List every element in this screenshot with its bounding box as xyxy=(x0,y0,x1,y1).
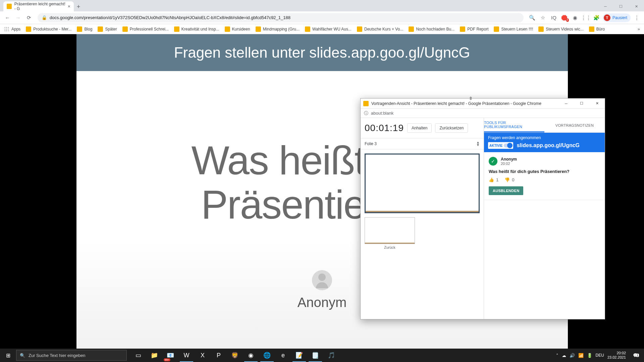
bookmarks-bar: Apps Produktsuche - Mer... Blog Später P… xyxy=(0,24,644,34)
bookmark-label: Professionell Schrei... xyxy=(130,27,169,32)
bookmark-item[interactable]: Steuern Videos wic... xyxy=(538,26,584,32)
tab-title: Präsentieren leicht gemacht! - G xyxy=(14,2,68,11)
taskbar-search-input[interactable]: 🔍 Zur Suche Text hier eingeben xyxy=(16,350,127,361)
adblock-icon[interactable]: 🛑9 xyxy=(560,13,569,22)
popup-close-button[interactable]: ✕ xyxy=(589,99,605,109)
volume-icon[interactable]: 🔊 xyxy=(570,353,575,358)
close-button[interactable]: ✕ xyxy=(629,1,644,11)
presenter-view-window[interactable]: Vortragenden-Ansicht - Präsentieren leic… xyxy=(360,98,605,319)
bookmark-label: Blog xyxy=(84,27,92,32)
notification-count: 1 xyxy=(636,354,639,357)
bookmark-label: Produktsuche - Mer... xyxy=(33,27,71,32)
wifi-icon[interactable]: 📶 xyxy=(578,353,584,358)
anonymous-author-block: Anonym xyxy=(298,270,347,310)
word-app-icon[interactable]: W xyxy=(178,349,195,362)
tab-close-icon[interactable]: × xyxy=(68,4,70,9)
chrome-app-icon[interactable]: 🌐 xyxy=(259,349,275,362)
presenter-right-panel: TOOLS FÜR PUBLIKUMSFRAGEN VORTRAGSNOTIZE… xyxy=(484,118,605,319)
folder-icon xyxy=(305,26,310,32)
profile-chip[interactable]: T Pausiert xyxy=(603,13,631,22)
bookmark-item[interactable]: Professionell Schrei... xyxy=(122,26,169,32)
bookmark-item[interactable]: Steuern Lesen !!!! xyxy=(494,26,533,32)
bookmark-item[interactable]: Produktsuche - Mer... xyxy=(26,26,71,32)
apps-shortcut[interactable]: Apps xyxy=(4,26,20,32)
extension-dots-icon[interactable]: ⋮⋮ xyxy=(581,13,591,22)
slides-favicon-icon xyxy=(7,4,12,9)
popup-titlebar[interactable]: Vortragenden-Ansicht - Präsentieren leic… xyxy=(361,99,605,109)
bookmark-item[interactable]: Deutsche Kurs + Vo... xyxy=(357,26,403,32)
popup-maximize-button[interactable]: ☐ xyxy=(574,99,589,109)
bookmark-item[interactable]: Kreativität und Insp... xyxy=(174,26,219,32)
reload-button[interactable]: ⟳ xyxy=(24,13,34,22)
bookmark-item[interactable]: Noch hochladen Bu... xyxy=(409,26,454,32)
folder-icon xyxy=(460,26,465,32)
folder-icon xyxy=(494,26,499,32)
reset-timer-button[interactable]: Zurücksetzen xyxy=(435,123,468,133)
address-bar[interactable]: 🔒 docs.google.com/presentation/d/1yV372S… xyxy=(38,13,524,22)
task-view-button[interactable]: ▭ xyxy=(130,349,146,362)
bookmark-item[interactable]: Blog xyxy=(77,26,92,32)
star-icon[interactable]: ☆ xyxy=(538,13,548,22)
spotify-app-icon[interactable]: 🎵 xyxy=(323,349,339,362)
tab-audience-tools[interactable]: TOOLS FÜR PUBLIKUMSFRAGEN xyxy=(484,118,544,132)
clock-date: 23.02.2021 xyxy=(607,355,626,360)
brave-app-icon[interactable]: 🦁 xyxy=(227,349,243,362)
downvote-button[interactable]: 👎 0 xyxy=(504,177,514,182)
bookmark-item[interactable]: Später xyxy=(98,26,117,32)
extensions-puzzle-icon[interactable]: 🧩 xyxy=(592,13,601,22)
bookmark-label: Mindmapping (Gru... xyxy=(263,27,300,32)
bookmark-label: Büro xyxy=(596,27,605,32)
extension-iq-icon[interactable]: IQ xyxy=(549,13,558,22)
zoom-icon[interactable]: 🔍 xyxy=(528,13,537,22)
popup-minimize-button[interactable]: ─ xyxy=(558,99,574,109)
edge-app-icon[interactable]: e xyxy=(275,349,291,362)
chrome-menu-icon[interactable]: ⋮ xyxy=(632,13,641,22)
excel-app-icon[interactable]: X xyxy=(195,349,211,362)
maximize-button[interactable]: ☐ xyxy=(613,1,629,11)
pause-timer-button[interactable]: Anhalten xyxy=(407,123,432,133)
forward-button[interactable]: → xyxy=(13,13,23,22)
bookmark-item[interactable]: Wahlfächer WU Aus... xyxy=(305,26,352,32)
action-center-button[interactable]: 💬1 xyxy=(629,349,643,362)
powerpoint-app-icon[interactable]: P xyxy=(211,349,227,362)
bookmarks-overflow-icon[interactable]: » xyxy=(638,26,640,32)
bookmark-item[interactable]: Büro xyxy=(589,26,605,32)
onedrive-icon[interactable]: ☁ xyxy=(562,353,566,358)
notepad-app-icon[interactable]: 🗒️ xyxy=(307,349,323,362)
tab-speaker-notes[interactable]: VORTRAGSNOTIZEN xyxy=(544,118,605,132)
folder-icon xyxy=(357,26,362,32)
notes-app-icon[interactable]: 📝 xyxy=(291,349,307,362)
qa-banner-prefix: Fragen stellen unter xyxy=(174,44,305,61)
bookmark-item[interactable]: Mindmapping (Gru... xyxy=(256,26,300,32)
qa-toggle-switch[interactable]: AKTIVIE xyxy=(488,142,513,149)
popup-title: Vortragenden-Ansicht - Präsentieren leic… xyxy=(371,101,541,106)
question-header: ✓ Anonym 20:02 xyxy=(489,157,600,166)
start-button[interactable]: ⊞ xyxy=(0,349,16,362)
hide-question-button[interactable]: AUSBLENDEN xyxy=(489,186,523,195)
minimize-button[interactable]: ─ xyxy=(598,1,613,11)
profile-status: Pausiert xyxy=(612,15,627,20)
battery-icon[interactable]: 🔋 xyxy=(587,353,592,358)
info-icon[interactable]: ⓘ xyxy=(364,110,368,116)
extension-circle-icon[interactable]: ◉ xyxy=(571,13,580,22)
mail-app-icon[interactable]: 📧99+ xyxy=(162,349,178,362)
new-tab-button[interactable]: + xyxy=(74,2,83,11)
previous-slide-label: Zurück xyxy=(365,245,415,249)
tray-chevron-icon[interactable]: ˄ xyxy=(556,353,558,358)
question-selected-check-icon[interactable]: ✓ xyxy=(489,157,497,166)
folder-icon xyxy=(409,26,414,32)
qa-link-row: AKTIVIE slides.app.goo.gl/UgncG xyxy=(488,142,601,149)
slide-selector-dropdown[interactable]: Folie 3 ▲▼ xyxy=(361,138,484,149)
taskbar-clock[interactable]: 20:02 23.02.2021 xyxy=(607,351,626,360)
bookmark-item[interactable]: Kursideen xyxy=(225,26,250,32)
back-button[interactable]: ← xyxy=(3,13,12,22)
bookmark-item[interactable]: PDF Report xyxy=(460,26,488,32)
question-time: 20:02 xyxy=(501,162,517,166)
obs-app-icon[interactable]: ◉ xyxy=(243,349,259,362)
previous-slide-thumbnail[interactable] xyxy=(365,217,415,244)
upvote-button[interactable]: 👍 1 xyxy=(489,177,498,182)
browser-tab[interactable]: Präsentieren leicht gemacht! - G × xyxy=(3,1,74,11)
file-explorer-icon[interactable]: 📁 xyxy=(146,349,162,362)
keyboard-language[interactable]: DEU xyxy=(596,353,604,358)
current-slide-thumbnail[interactable] xyxy=(365,154,480,213)
